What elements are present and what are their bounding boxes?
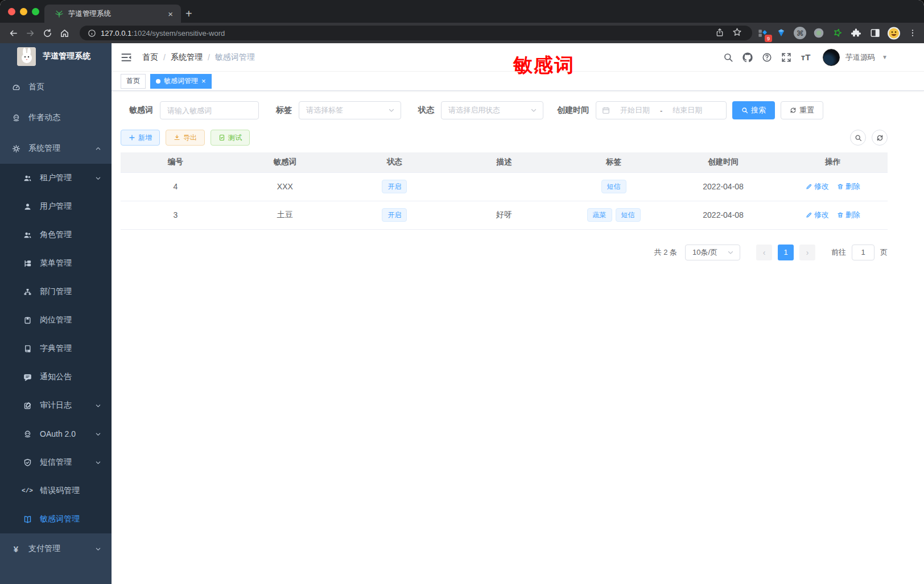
share-icon[interactable]	[715, 28, 724, 39]
goto-input-wrap	[852, 245, 874, 260]
export-button[interactable]: 导出	[166, 130, 205, 146]
zoom-window-button[interactable]	[32, 8, 39, 15]
sidebar-item-dict[interactable]: 字典管理	[0, 334, 112, 363]
date-start[interactable]: 开始日期	[614, 105, 655, 115]
reset-button[interactable]: 重置	[781, 101, 823, 119]
comment-icon	[23, 372, 32, 382]
pagination: 共 2 条 10条/页 ‹ 1 › 前往 页	[121, 245, 888, 260]
site-info-icon[interactable]	[88, 29, 96, 38]
sidebar-item-error-code[interactable]: </>错误码管理	[0, 477, 112, 505]
sidebar-item-oauth[interactable]: OAuth 2.0	[0, 420, 112, 448]
delete-button[interactable]: 删除	[837, 181, 860, 192]
edit-button[interactable]: 修改	[806, 210, 829, 220]
sidebar-item-role[interactable]: 角色管理	[0, 221, 112, 249]
sidebar-item-sensitive-word[interactable]: 敏感词管理	[0, 505, 112, 533]
minimize-window-button[interactable]	[20, 8, 27, 15]
app-logo-row[interactable]: 芋道管理系统	[0, 43, 112, 69]
sidebar-item-user[interactable]: 用户管理	[0, 192, 112, 221]
sidebar-item-sms[interactable]: 短信管理	[0, 448, 112, 477]
page-size-select[interactable]: 10条/页	[685, 245, 740, 260]
side-panel-icon[interactable]	[868, 26, 882, 40]
github-icon[interactable]	[741, 51, 754, 64]
back-icon[interactable]	[5, 24, 22, 42]
keyword-input[interactable]	[160, 102, 258, 119]
current-page[interactable]: 1	[778, 245, 794, 260]
test-button[interactable]: 测试	[211, 130, 250, 146]
sidebar-item-dept[interactable]: 部门管理	[0, 277, 112, 306]
column-header: 描述	[449, 152, 559, 172]
toggle-search-button[interactable]	[850, 130, 866, 146]
tab-close-icon[interactable]: ×	[166, 9, 175, 19]
sidebar-item-label: 租户管理	[40, 173, 72, 183]
extensions-puzzle-icon[interactable]	[849, 26, 863, 40]
edit-button[interactable]: 修改	[806, 181, 829, 192]
edit-icon	[806, 212, 812, 218]
table-body: 4XXX开启短信2022-04-08修改删除3土豆开启好呀蔬菜短信2022-04…	[121, 172, 888, 229]
delete-button[interactable]: 删除	[837, 210, 860, 220]
refresh-table-button[interactable]	[872, 130, 888, 146]
sidebar-item-label: 首页	[28, 82, 44, 92]
sidebar-item-audit-log[interactable]: 审计日志	[0, 391, 112, 420]
close-window-button[interactable]	[8, 8, 15, 15]
forward-icon[interactable]	[22, 24, 39, 42]
keyword-label: 敏感词	[129, 105, 153, 115]
tag-select[interactable]: 请选择标签	[299, 101, 401, 119]
search-icon[interactable]	[721, 51, 735, 64]
column-header: 敏感词	[230, 152, 340, 172]
chevron-up-icon	[95, 146, 101, 152]
browser-menu-kebab-icon[interactable]	[906, 26, 919, 40]
breadcrumb-item-1[interactable]: 系统管理	[171, 52, 203, 63]
sidebar-item-notice[interactable]: 通知公告	[0, 363, 112, 391]
font-size-icon[interactable]: ᴛT	[799, 51, 812, 64]
extension-gem-icon[interactable]	[774, 26, 788, 40]
cell-description	[449, 172, 559, 201]
home-icon[interactable]	[56, 24, 73, 42]
favicon-plant-icon	[55, 9, 64, 18]
chevron-down-icon[interactable]: ▼	[882, 54, 888, 60]
sidebar-item-author-news[interactable]: 作者动态	[0, 102, 112, 133]
sidebar-item-home[interactable]: 首页	[0, 72, 112, 102]
browser-toolbar: 127.0.0.1:1024/system/sensitive-word 9 ⌘	[0, 23, 924, 43]
edit-icon	[23, 401, 32, 410]
search-button[interactable]: 搜索	[732, 101, 775, 119]
extension-tampermonkey-icon[interactable]: 9	[756, 26, 769, 40]
reload-icon[interactable]	[39, 24, 56, 42]
close-icon[interactable]: ×	[201, 77, 206, 85]
sidebar-toggle-icon[interactable]	[121, 51, 133, 64]
new-tab-button[interactable]: +	[185, 6, 192, 22]
main-area: 首页/系统管理/敏感词管理 敏感词 ᴛT 芋道源码 ▼	[112, 43, 924, 584]
cell-actions: 修改删除	[778, 172, 888, 201]
extension-command-icon[interactable]: ⌘	[793, 26, 807, 40]
fullscreen-icon[interactable]	[779, 51, 793, 64]
next-page-button[interactable]: ›	[799, 245, 815, 260]
view-tab[interactable]: 敏感词管理×	[150, 74, 212, 89]
extension-recorder-icon[interactable]	[812, 26, 826, 40]
breadcrumb-item-0[interactable]: 首页	[142, 52, 158, 63]
users-icon	[23, 173, 32, 183]
sidebar-item-tenant[interactable]: 租户管理	[0, 164, 112, 192]
sidebar-item-system[interactable]: 系统管理	[0, 133, 112, 164]
data-table: 编号敏感词状态描述标签创建时间操作 4XXX开启短信2022-04-08修改删除…	[121, 152, 888, 230]
date-end[interactable]: 结束日期	[667, 105, 708, 115]
sidebar-item-post[interactable]: 岗位管理	[0, 306, 112, 334]
browser-tab[interactable]: 芋道管理系统 ×	[44, 5, 181, 23]
user-avatar[interactable]	[823, 49, 840, 66]
help-icon[interactable]	[760, 51, 774, 64]
sidebar-item-pay[interactable]: ¥支付管理	[0, 533, 112, 564]
status-select[interactable]: 请选择启用状态	[441, 101, 543, 119]
date-range-picker[interactable]: 开始日期 - 结束日期	[596, 101, 727, 119]
add-button[interactable]: 新增	[121, 130, 160, 146]
gear-icon	[11, 144, 20, 153]
view-tab[interactable]: 首页	[121, 74, 146, 89]
goto-page-input[interactable]	[852, 245, 874, 260]
profile-avatar-emoji[interactable]	[887, 26, 901, 40]
sidebar-item-menu[interactable]: 菜单管理	[0, 249, 112, 277]
cell-id: 3	[121, 201, 230, 229]
cell-id: 4	[121, 172, 230, 201]
url-bar[interactable]: 127.0.0.1:1024/system/sensitive-word	[80, 26, 752, 40]
bookmark-star-icon[interactable]	[732, 27, 742, 39]
user-icon	[23, 202, 32, 211]
extension-vue-devtools-icon[interactable]	[831, 26, 844, 40]
extension-badge: 9	[765, 35, 772, 42]
prev-page-button[interactable]: ‹	[756, 245, 772, 260]
